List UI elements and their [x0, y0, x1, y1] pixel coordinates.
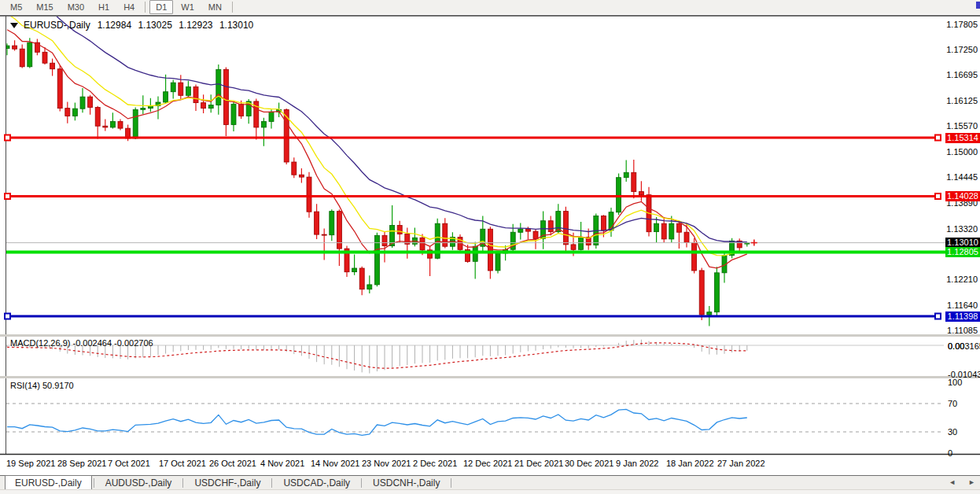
toolbar-separator [232, 2, 233, 13]
tab-separator [94, 478, 94, 488]
tab-USDCHF[interactable]: USDCHF-,Daily [185, 477, 270, 490]
timeframe-button-H1[interactable]: H1 [92, 0, 116, 14]
tab-scroll-right-icon[interactable]: ► [968, 478, 975, 486]
price-axis-label: 1.15000 [946, 147, 978, 157]
pane-separator [0, 334, 980, 337]
rsi-axis-label: 0 [948, 448, 952, 458]
symbol-dropdown-icon[interactable] [10, 23, 18, 28]
price-axis-label: 1.11640 [947, 300, 978, 310]
close-value: 1.13010 [219, 20, 253, 31]
macd-axis-label: 0.00 [948, 341, 964, 351]
open-value: 1.12984 [98, 20, 131, 31]
timeframe-button-H4[interactable]: H4 [117, 0, 141, 14]
tab-USDCNH[interactable]: USDCNH-,Daily [363, 477, 449, 490]
timeframe-toolbar: M5M15M30H1H4D1W1MN [0, 0, 980, 15]
pane-separator [0, 376, 980, 378]
tab-separator [271, 478, 272, 488]
toolbar-separator [145, 2, 146, 13]
date-label: 26 Oct 2021 [209, 459, 256, 468]
date-label: 7 Oct 2021 [108, 459, 150, 468]
tab-separator [182, 478, 183, 488]
price-axis-label: 1.16695 [946, 70, 978, 79]
price-level-box-1.15314: 1.15314 [945, 133, 980, 143]
tab-USDCAD[interactable]: USDCAD-,Daily [274, 477, 359, 490]
rsi-line [7, 409, 747, 435]
level-line-1.11398[interactable] [5, 314, 941, 319]
date-label: 23 Nov 2021 [362, 459, 411, 468]
chart-window[interactable]: EURUSD-,Daily 1.12984 1.13025 1.12923 1.… [0, 14, 980, 475]
price-level-box-1.11398: 1.11398 [945, 312, 980, 322]
tab-EURUSD[interactable]: EURUSD-,Daily [5, 475, 92, 490]
timeframe-button-M15[interactable]: M15 [30, 0, 59, 14]
level-line-1.15314[interactable] [5, 135, 941, 141]
scrollbar-corner-artifact [976, 2, 980, 9]
date-label: 21 Dec 2021 [514, 459, 563, 468]
timeframe-button-M5[interactable]: M5 [4, 0, 28, 14]
date-label: 27 Jan 2022 [717, 459, 765, 468]
price-axis-label: 1.13320 [946, 224, 978, 234]
date-label: 4 Nov 2021 [260, 459, 304, 468]
price-axis-label: 1.15570 [946, 121, 978, 131]
tab-separator [361, 478, 362, 488]
timeframe-button-W1[interactable]: W1 [175, 0, 201, 14]
rsi-axis-label: 70 [948, 399, 957, 408]
chart-tabs-bar: EURUSD-,DailyAUDUSD-,DailyUSDCHF-,DailyU… [0, 475, 980, 490]
macd-indicator-label: MACD(12,26,9) -0.002464 -0.002706 [10, 338, 153, 348]
tab-separator [451, 478, 451, 488]
rsi-axis-label: 30 [948, 427, 957, 437]
price-axis-label: 1.14445 [946, 172, 978, 182]
price-axis-label: 1.17250 [946, 45, 978, 54]
price-axis-label: 1.11085 [947, 326, 978, 335]
price-axis: 1.178051.172501.166951.161251.155701.150… [945, 14, 980, 475]
high-value: 1.13025 [138, 20, 171, 31]
date-axis: 19 Sep 202128 Sep 20217 Oct 202117 Oct 2… [0, 455, 944, 470]
current-price-marker [751, 240, 757, 246]
level-line-1.14028[interactable] [5, 194, 941, 199]
date-label: 9 Jan 2022 [616, 459, 658, 468]
timeframe-button-MN[interactable]: MN [202, 0, 228, 14]
rsi-indicator-label: RSI(14) 50.9170 [10, 381, 74, 390]
timeframe-button-M30[interactable]: M30 [61, 0, 90, 14]
candles [5, 38, 750, 326]
date-label: 18 Jan 2022 [666, 459, 714, 468]
price-axis-label: 1.12210 [946, 275, 978, 284]
date-label: 12 Dec 2021 [463, 459, 512, 468]
price-level-box-1.14028: 1.14028 [945, 191, 980, 201]
mt4-chart-app: { "toolbar": { "timeframes": [ {"label":… [0, 0, 980, 494]
rsi-axis-label: 100 [948, 378, 962, 387]
status-bar [0, 489, 980, 494]
price-level-box-1.12805: 1.12805 [945, 247, 980, 257]
symbol-period-label: EURUSD-,Daily [24, 20, 90, 31]
tab-AUDUSD[interactable]: AUDUSD-,Daily [96, 477, 182, 490]
date-label: 17 Oct 2021 [159, 459, 206, 468]
date-label: 14 Nov 2021 [311, 459, 359, 468]
chart-plot[interactable] [0, 14, 980, 475]
fast-ma-line [7, 30, 747, 268]
date-label: 30 Dec 2021 [565, 459, 613, 468]
price-axis-label: 1.17805 [946, 20, 978, 29]
price-axis-label: 1.16125 [946, 96, 978, 105]
date-label: 19 Sep 2021 [6, 459, 55, 468]
tab-scroll-left-icon[interactable]: ◄ [949, 478, 956, 486]
timeframe-button-D1[interactable]: D1 [149, 0, 173, 14]
chart-legend: EURUSD-,Daily 1.12984 1.13025 1.12923 1.… [10, 20, 253, 31]
ohlc-values: 1.12984 1.13025 1.12923 1.13010 [94, 20, 254, 31]
date-label: 2 Dec 2021 [413, 459, 457, 468]
date-label: 28 Sep 2021 [57, 459, 106, 468]
low-value: 1.12923 [179, 20, 212, 31]
